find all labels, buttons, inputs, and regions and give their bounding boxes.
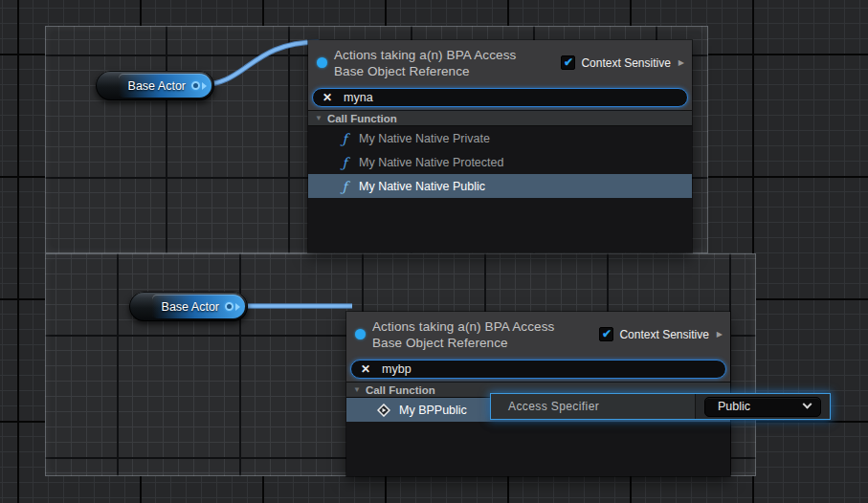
collapse-triangle-icon: ▼ [353,385,361,394]
base-actor-node[interactable]: Base Actor [96,71,214,100]
menu-title-line2: Base Object Reference [334,63,516,79]
menu-header: Actions taking a(n) BPA Access Base Obje… [308,40,692,85]
function-icon: ƒ [339,180,350,193]
context-sensitive-label: Context Sensitive [619,328,708,341]
submenu-arrow-icon[interactable]: ▶ [717,330,723,339]
category-label: Call Function [327,113,397,124]
item-detail-tooltip: Access Specifier Public [490,393,831,420]
search-query-text: myna [344,91,373,104]
chevron-down-icon [803,399,812,408]
access-specifier-label: Access Specifier [508,400,599,413]
detail-label-cell: Access Specifier [491,394,695,419]
category-label: Call Function [366,384,435,396]
collapse-triangle-icon: ▼ [315,114,323,122]
bp-function-diamond-icon [377,404,390,417]
menu-title-line1: Actions taking a(n) BPA Access [334,47,516,63]
search-row: ✕ mybp [346,357,730,382]
category-call-function[interactable]: ▼ Call Function [308,110,692,126]
menu-item[interactable]: ƒMy Native Native Public [308,174,692,198]
base-actor-node[interactable]: Base Actor [129,292,248,321]
detail-value-cell: Public [696,394,830,419]
function-icon: ƒ [339,132,350,145]
context-sensitive-toggle[interactable]: ✔ Context Sensitive ▶ [599,327,723,341]
pin-type-dot-icon [317,57,327,68]
menu-item-label: My BPPublic [399,404,467,417]
check-icon: ✔ [602,328,612,340]
menu-item-label: My Native Native Protected [359,156,503,169]
object-output-pin-icon[interactable] [191,81,207,90]
menu-title: Actions taking a(n) BPA Access Base Obje… [334,47,516,79]
action-menu-top: Actions taking a(n) BPA Access Base Obje… [308,40,692,252]
function-icon: ƒ [339,156,350,169]
context-sensitive-checkbox[interactable]: ✔ [561,55,575,70]
clear-search-icon[interactable]: ✕ [361,363,370,375]
menu-header: Actions taking a(n) BPA Access Base Obje… [346,312,730,357]
menu-item[interactable]: ƒMy Native Native Protected [308,150,692,174]
clear-search-icon[interactable]: ✕ [323,92,332,103]
context-sensitive-checkbox[interactable]: ✔ [599,327,613,341]
search-row: ✕ myna [308,85,692,110]
object-output-pin-icon[interactable] [225,302,240,311]
check-icon: ✔ [564,56,573,69]
search-input[interactable]: ✕ myna [312,88,688,107]
context-sensitive-toggle[interactable]: ✔ Context Sensitive ▶ [561,55,684,70]
search-input[interactable]: ✕ mybp [350,360,726,379]
menu-title-line2: Base Object Reference [372,335,554,351]
menu-item-label: My Native Native Public [359,180,485,193]
context-sensitive-label: Context Sensitive [581,56,670,70]
access-specifier-dropdown[interactable]: Public [704,397,821,417]
pin-type-dot-icon [355,329,366,339]
menu-item[interactable]: ƒMy Native Native Private [308,126,692,150]
node-title: Base Actor [128,79,186,93]
blueprint-graph-canvas[interactable]: Base Actor Base Actor Actions taking a(n… [0,0,868,503]
menu-title-line1: Actions taking a(n) BPA Access [372,318,554,335]
menu-title: Actions taking a(n) BPA Access Base Obje… [372,318,554,351]
menu-item-label: My Native Native Private [359,132,490,145]
submenu-arrow-icon[interactable]: ▶ [679,58,684,67]
search-query-text: mybp [382,362,412,376]
dropdown-selected-value: Public [718,400,804,413]
menu-item-list: ƒMy Native Native PrivateƒMy Native Nati… [308,126,692,198]
node-title: Base Actor [162,300,219,314]
